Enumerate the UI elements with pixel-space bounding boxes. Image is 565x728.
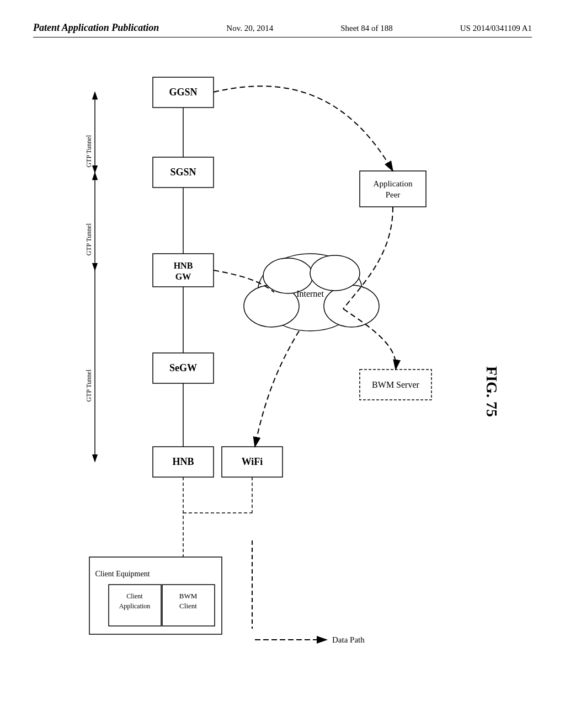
ggsn-label: GGSN — [169, 87, 197, 98]
sheet-info: Sheet 84 of 188 — [340, 24, 393, 33]
gtp-tunnel3-label: GTP Tunnel — [85, 369, 93, 402]
wifi-label: WiFi — [242, 456, 263, 467]
gtp-tunnel2-label: GTP Tunnel — [85, 223, 93, 255]
client-app-label2: Application — [119, 602, 151, 610]
svg-point-15 — [263, 258, 313, 293]
client-app-label: Client — [126, 592, 143, 600]
bwm-client-label2: Client — [179, 602, 197, 610]
segw-label: SeGW — [169, 362, 197, 373]
bwm-client-label: BWM — [179, 592, 198, 600]
bwm-server-label: BWM Server — [372, 380, 419, 389]
hnbgw-label: HNB — [174, 261, 193, 270]
data-path-label: Data Path — [332, 635, 365, 644]
diagram-area: GGSN SGSN HNB GW SeGW HNB WiFi Client Eq… — [33, 61, 532, 695]
hnb-label: HNB — [172, 456, 194, 467]
publication-title: Patent Application Publication — [33, 22, 159, 34]
svg-point-16 — [310, 255, 360, 291]
gtp-tunnel1-label: GTP Tunnel — [85, 135, 93, 167]
patent-number: US 2014/0341109 A1 — [460, 24, 532, 33]
hnbgw-label2: GW — [175, 272, 191, 281]
svg-rect-18 — [360, 171, 426, 207]
svg-point-14 — [324, 285, 379, 327]
header: Patent Application Publication Nov. 20, … — [33, 22, 532, 38]
svg-rect-5 — [153, 254, 214, 287]
page: Patent Application Publication Nov. 20, … — [0, 0, 565, 728]
fig-label: FIG. 75 — [483, 366, 500, 417]
app-peer-label2: Peer — [386, 190, 401, 199]
client-equip-label: Client Equipment — [95, 570, 150, 578]
publication-date: Nov. 20, 2014 — [226, 24, 273, 33]
internet-label: Internet — [296, 289, 324, 298]
app-peer-label: Application — [374, 179, 413, 188]
figure-svg: GGSN SGSN HNB GW SeGW HNB WiFi Client Eq… — [33, 61, 532, 695]
sgsn-label: SGSN — [170, 167, 196, 178]
